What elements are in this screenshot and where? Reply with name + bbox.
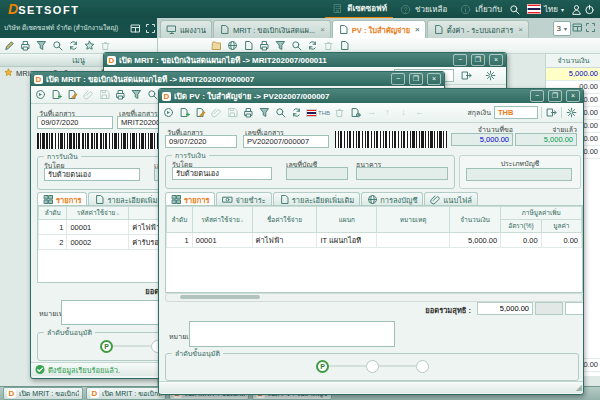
window-count-select[interactable]: 3 ▾ — [553, 21, 571, 36]
paperclip-icon[interactable] — [82, 88, 95, 101]
refresh-icon[interactable] — [67, 39, 80, 52]
bank-field[interactable] — [356, 167, 448, 180]
menu-dsetsoft[interactable]: ดีเซตซอฟท์ — [325, 0, 393, 19]
minimize-button[interactable]: − — [453, 54, 467, 66]
save-icon[interactable] — [226, 106, 239, 119]
trash-icon[interactable] — [322, 39, 335, 52]
close-tab-icon[interactable]: × — [518, 26, 523, 34]
restore-button[interactable]: ❐ — [548, 90, 562, 102]
funnel-icon[interactable] — [274, 39, 287, 52]
search-icon[interactable] — [508, 3, 521, 16]
export-icon[interactable] — [460, 69, 473, 82]
col-code[interactable]: รหัสค่าใช้จ่าย — [67, 207, 129, 220]
close-button[interactable]: × — [489, 54, 503, 66]
doc-icon[interactable] — [242, 39, 255, 52]
close-button[interactable]: × — [566, 90, 580, 102]
receive-by-field[interactable]: รับด้วยตนเอง — [44, 168, 140, 181]
doc-tab-2[interactable]: รายละเอียดเพิ่มเติม — [273, 192, 360, 206]
col-name[interactable]: ชื่อค่าใช้จ่าย — [252, 207, 317, 233]
restore-button[interactable]: ❐ — [471, 54, 485, 66]
doc-tab-1[interactable]: จ่ายชำระ — [216, 192, 271, 206]
account-type-field[interactable] — [466, 168, 572, 181]
globe-icon[interactable] — [226, 39, 239, 52]
doc-icon[interactable] — [338, 39, 351, 52]
trash-icon[interactable] — [333, 106, 346, 119]
printer-icon[interactable] — [242, 106, 255, 119]
flag-thb-icon[interactable]: THB — [306, 106, 330, 119]
date-field[interactable]: 09/07/2020 — [37, 116, 113, 129]
receive-by-field[interactable]: รับด้วยตนเอง — [172, 167, 272, 180]
tile-windows-icon[interactable] — [571, 21, 584, 34]
language-selector[interactable]: ไทย ▾ — [521, 0, 570, 18]
col-no[interactable]: ลำดับ — [167, 207, 193, 233]
doc-tab-4[interactable]: แนบไฟล์ — [424, 192, 477, 206]
minimize-button[interactable]: − — [530, 90, 544, 102]
doc-edit-icon[interactable] — [66, 88, 79, 101]
docno-field[interactable]: PV202007/000007 — [243, 135, 329, 148]
app-tab-3[interactable]: ตั้งค่า - ระบบเอกสาร× — [427, 20, 529, 38]
close-tab-icon[interactable]: × — [415, 26, 420, 34]
user-icon[interactable] — [570, 3, 583, 16]
date-field[interactable]: 09/07/2020 — [165, 135, 237, 148]
amount-column-header[interactable]: จำนวนเงิน — [546, 54, 600, 68]
window-titlebar[interactable]: D เปิด MRIT : ขอเบิกเงินสดแผนกไอที -> MR… — [31, 72, 444, 86]
app-tab-1[interactable]: MRIT : ขอเบิกเงินสดแผ...× — [213, 20, 331, 38]
fullscreen-icon[interactable] — [144, 22, 157, 35]
col-remark[interactable]: หมายเหตุ — [377, 207, 450, 233]
restore-button[interactable]: ❐ — [409, 73, 423, 85]
tile-windows-icon[interactable] — [129, 22, 142, 35]
approval-step[interactable] — [416, 360, 429, 373]
scrollbar-thumb[interactable] — [180, 295, 260, 299]
app-tab-2[interactable]: PV : ใบสำคัญจ่าย× — [332, 20, 426, 38]
pencil-icon[interactable] — [3, 39, 16, 52]
arrow-down-icon[interactable]: ↓ — [397, 106, 410, 119]
approval-step-p[interactable]: P — [100, 340, 113, 353]
approval-step[interactable] — [366, 360, 379, 373]
printer-icon[interactable] — [19, 39, 32, 52]
arrow-up-icon[interactable]: ↑ — [381, 106, 394, 119]
resize-grip[interactable]: ◢ — [576, 384, 582, 392]
star-icon[interactable] — [83, 39, 96, 52]
refresh-icon[interactable] — [290, 106, 303, 119]
arrow-left-icon[interactable]: ← — [413, 106, 426, 119]
col-vat-value[interactable]: มูลค่า — [541, 220, 581, 233]
refresh-circle-icon[interactable] — [162, 106, 175, 119]
funnel-icon[interactable] — [130, 88, 143, 101]
window-titlebar[interactable]: D เปิด MRIT : ขอเบิกเงินสดแผนกไอที -> MR… — [104, 53, 506, 67]
doc-new-icon[interactable] — [178, 106, 191, 119]
col-code[interactable]: รหัสค่าใช้จ่าย — [192, 207, 252, 233]
trash-icon[interactable] — [99, 39, 112, 52]
export-icon[interactable] — [545, 106, 558, 119]
doc-tab-0[interactable]: รายการ — [165, 192, 215, 206]
paperclip-icon[interactable] — [210, 106, 223, 119]
refresh-icon[interactable] — [306, 39, 319, 52]
search-icon[interactable] — [274, 106, 287, 119]
table-row[interactable]: 1 00001 ค่าไฟฟ้า IT แผนกไอที 5,000.00 0.… — [167, 233, 582, 248]
taskbar-button-1[interactable]: Dเปิด MRIT : ขอเบิกเงิ... — [86, 387, 166, 400]
close-button[interactable]: × — [427, 73, 441, 85]
approval-step-p[interactable]: P — [316, 360, 329, 373]
folder-icon[interactable] — [210, 39, 223, 52]
gear-icon[interactable] — [565, 106, 578, 119]
printer-icon[interactable] — [114, 88, 127, 101]
doc-new-icon[interactable] — [50, 88, 63, 101]
menu-about[interactable]: เกี่ยวกับ — [453, 0, 508, 18]
window-titlebar[interactable]: D เปิด PV : ใบสำคัญจ่าย -> PV202007/0000… — [159, 89, 583, 103]
col-vat-rate[interactable]: อัตรา(%) — [501, 220, 541, 233]
search-icon[interactable] — [290, 39, 303, 52]
col-amount[interactable]: จำนวนเงิน — [449, 207, 500, 233]
menu-help[interactable]: ช่วยเหลือ — [393, 0, 453, 18]
doc-tab-0[interactable]: รายการ — [37, 192, 87, 206]
account-field[interactable] — [286, 167, 348, 180]
doc-tab-3[interactable]: การลงบัญชี — [361, 192, 423, 206]
printer-icon[interactable] — [258, 39, 271, 52]
taskbar-button-0[interactable]: Dเปิด MRIT : ขอเบิกเงิ... — [3, 387, 83, 400]
power-icon[interactable] — [583, 3, 596, 16]
minimize-button[interactable]: − — [391, 73, 405, 85]
refresh-circle-icon[interactable] — [34, 88, 47, 101]
funnel-icon[interactable] — [35, 39, 48, 52]
app-tab-0[interactable]: แผงงาน — [160, 20, 212, 38]
save-icon[interactable] — [98, 88, 111, 101]
close-tab-icon[interactable]: × — [320, 26, 325, 34]
gear-icon[interactable] — [484, 69, 497, 82]
